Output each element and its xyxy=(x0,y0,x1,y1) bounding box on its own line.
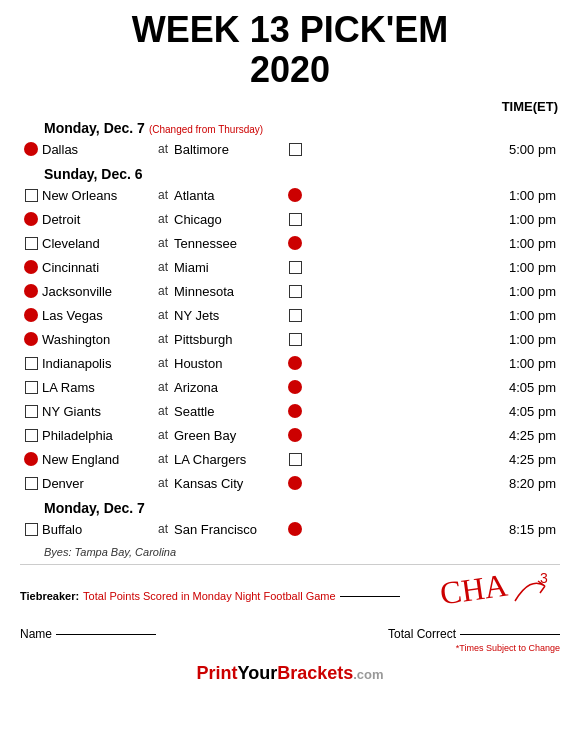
footer-brackets: Brackets xyxy=(277,663,353,683)
circle-icon xyxy=(288,522,302,536)
section-monday-top: Monday, Dec. 7 (Changed from Thursday) D… xyxy=(20,120,560,160)
home-team: LA Chargers xyxy=(174,452,284,467)
game-time: 1:00 pm xyxy=(306,284,560,299)
divider xyxy=(20,564,560,565)
byes: Byes: Tampa Bay, Carolina xyxy=(44,546,560,558)
name-field[interactable]: Name xyxy=(20,627,156,641)
away-pick[interactable] xyxy=(20,237,42,250)
home-team: Chicago xyxy=(174,212,284,227)
home-pick[interactable] xyxy=(284,261,306,274)
footer-print: Print xyxy=(196,663,237,683)
checkbox-icon xyxy=(289,285,302,298)
home-team: San Francisco xyxy=(174,522,284,537)
game-time: 4:25 pm xyxy=(306,452,560,467)
table-row: Indianapolis at Houston 1:00 pm xyxy=(20,352,560,374)
away-pick[interactable] xyxy=(20,405,42,418)
circle-icon xyxy=(24,452,38,466)
home-pick[interactable] xyxy=(284,236,306,250)
game-time: 4:05 pm xyxy=(306,404,560,419)
away-pick[interactable] xyxy=(20,452,42,466)
away-team: Philadelphia xyxy=(42,428,152,443)
away-pick[interactable] xyxy=(20,332,42,346)
away-team: New England xyxy=(42,452,152,467)
home-pick-baltimore[interactable] xyxy=(284,143,306,156)
tiebreaker-row: Tiebreaker: Total Points Scored in Monda… xyxy=(20,590,400,602)
checkbox-icon xyxy=(289,213,302,226)
home-pick[interactable] xyxy=(284,476,306,490)
home-pick[interactable] xyxy=(284,285,306,298)
circle-icon xyxy=(288,236,302,250)
table-row: NY Giants at Seattle 4:05 pm xyxy=(20,400,560,422)
table-row: Cincinnati at Miami 1:00 pm xyxy=(20,256,560,278)
footer: PrintYourBrackets.com xyxy=(20,663,560,684)
name-correct-section: Name Total Correct xyxy=(20,627,560,641)
tiebreaker-field[interactable] xyxy=(340,596,400,597)
away-pick[interactable] xyxy=(20,212,42,226)
away-pick[interactable] xyxy=(20,189,42,202)
correct-label: Total Correct xyxy=(388,627,456,641)
game-time: 8:15 pm xyxy=(306,522,560,537)
checkbox-icon xyxy=(25,189,38,202)
away-pick[interactable] xyxy=(20,284,42,298)
checkbox-icon xyxy=(289,453,302,466)
footer-your: Your xyxy=(237,663,277,683)
table-row: Washington at Pittsburgh 1:00 pm xyxy=(20,328,560,350)
away-pick[interactable] xyxy=(20,523,42,536)
home-pick[interactable] xyxy=(284,213,306,226)
tiebreaker-label: Tiebreaker: xyxy=(20,590,79,602)
name-input-line[interactable] xyxy=(56,634,156,635)
circle-icon xyxy=(288,476,302,490)
checkbox-icon xyxy=(289,309,302,322)
away-pick[interactable] xyxy=(20,381,42,394)
circle-icon xyxy=(288,404,302,418)
home-pick[interactable] xyxy=(284,380,306,394)
section-monday-bot: Monday, Dec. 7 Buffalo at San Francisco … xyxy=(20,500,560,540)
table-row: Denver at Kansas City 8:20 pm xyxy=(20,472,560,494)
home-pick[interactable] xyxy=(284,522,306,536)
game-time: 1:00 pm xyxy=(306,332,560,347)
table-row: Cleveland at Tennessee 1:00 pm xyxy=(20,232,560,254)
away-team: Washington xyxy=(42,332,152,347)
home-team: Minnesota xyxy=(174,284,284,299)
away-pick[interactable] xyxy=(20,429,42,442)
table-row: Dallas at Baltimore 5:00 pm xyxy=(20,138,560,160)
home-pick[interactable] xyxy=(284,428,306,442)
checkbox-icon xyxy=(25,405,38,418)
away-team: Las Vegas xyxy=(42,308,152,323)
home-pick[interactable] xyxy=(284,333,306,346)
away-team: Buffalo xyxy=(42,522,152,537)
table-row: Philadelphia at Green Bay 4:25 pm xyxy=(20,424,560,446)
away-pick-dallas[interactable] xyxy=(20,142,42,156)
checkbox-icon xyxy=(289,261,302,274)
times-note: *Times Subject to Change xyxy=(20,643,560,653)
home-pick[interactable] xyxy=(284,356,306,370)
game-time: 8:20 pm xyxy=(306,476,560,491)
correct-field[interactable]: Total Correct xyxy=(388,627,560,641)
away-pick[interactable] xyxy=(20,260,42,274)
home-team: Miami xyxy=(174,260,284,275)
home-team: Baltimore xyxy=(174,142,284,157)
checkbox-icon xyxy=(289,333,302,346)
table-row: New England at LA Chargers 4:25 pm xyxy=(20,448,560,470)
game-time: 1:00 pm xyxy=(306,188,560,203)
away-team: Denver xyxy=(42,476,152,491)
home-pick[interactable] xyxy=(284,188,306,202)
home-team: Arizona xyxy=(174,380,284,395)
circle-icon xyxy=(288,188,302,202)
circle-icon xyxy=(24,142,38,156)
away-pick[interactable] xyxy=(20,308,42,322)
circle-icon xyxy=(24,260,38,274)
table-row: New Orleans at Atlanta 1:00 pm xyxy=(20,184,560,206)
svg-text:3: 3 xyxy=(540,571,548,586)
checkbox-icon xyxy=(25,237,38,250)
away-pick[interactable] xyxy=(20,357,42,370)
game-time: 1:00 pm xyxy=(306,308,560,323)
away-pick[interactable] xyxy=(20,477,42,490)
away-team: Detroit xyxy=(42,212,152,227)
home-team: NY Jets xyxy=(174,308,284,323)
home-pick[interactable] xyxy=(284,404,306,418)
home-pick[interactable] xyxy=(284,309,306,322)
home-pick[interactable] xyxy=(284,453,306,466)
correct-input-line[interactable] xyxy=(460,634,560,635)
home-team: Pittsburgh xyxy=(174,332,284,347)
